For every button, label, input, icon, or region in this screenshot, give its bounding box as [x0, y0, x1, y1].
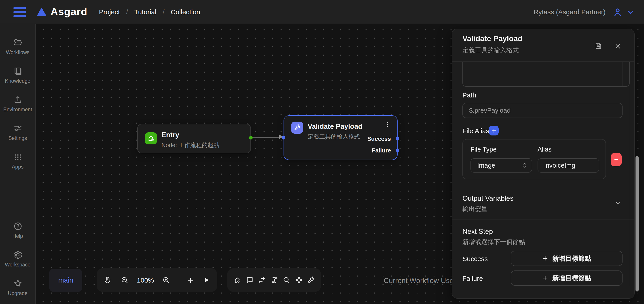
panel-title: Validate Payload — [462, 34, 522, 43]
next-step-subtitle: 新增或選擇下一個節點 — [462, 238, 525, 246]
tools-wrench-icon[interactable] — [307, 276, 315, 284]
add-target-label: 新增目標節點 — [552, 274, 591, 282]
window-scrollbar-thumb[interactable] — [636, 156, 639, 292]
node-subtitle: Node: 工作流程的起點 — [162, 141, 219, 149]
kebab-menu-icon[interactable] — [384, 121, 391, 128]
file-alias-card: File Type Image Alias — [462, 139, 606, 179]
star-icon — [13, 278, 22, 288]
wrench-icon — [291, 122, 303, 134]
sidebar-label: Workflows — [6, 50, 30, 55]
swap-arrows-icon[interactable] — [258, 276, 266, 284]
zoom-out-icon[interactable] — [120, 276, 129, 284]
sidebar-item-apps[interactable]: Apps — [3, 152, 32, 170]
sidebar-label: Upgrade — [8, 290, 28, 296]
sliders-icon — [13, 124, 22, 133]
path-input[interactable] — [462, 103, 622, 118]
node-subtitle: 定義工具的輸入格式 — [308, 133, 360, 141]
sidebar-item-workflows[interactable]: Workflows — [3, 38, 32, 55]
file-type-select[interactable]: Image — [470, 158, 532, 172]
collapse-chevron-icon[interactable] — [614, 199, 622, 206]
apps-grid-icon — [13, 152, 22, 162]
workflow-canvas[interactable]: Entry Node: 工作流程的起點 Validate Payload 定義工… — [36, 24, 644, 304]
close-icon[interactable] — [614, 42, 622, 50]
sidebar-item-environment[interactable]: Environment — [3, 95, 32, 112]
add-target-label: 新增目標節點 — [552, 254, 591, 263]
sidebar-bottom-group: Help Workspace Upgrade — [5, 221, 31, 296]
folder-icon — [13, 38, 22, 48]
book-icon — [13, 66, 22, 76]
path-label: Path — [462, 91, 476, 99]
plus-icon — [542, 255, 548, 262]
sidebar-top-group: Workflows Knowledge Envi — [3, 38, 32, 170]
components-diamonds-icon[interactable] — [294, 276, 303, 284]
add-file-alias-button[interactable] — [489, 126, 499, 136]
schema-textarea[interactable] — [462, 62, 630, 87]
failure-row-label: Failure — [462, 274, 483, 282]
pan-hand-icon[interactable] — [104, 276, 112, 284]
minus-icon — [614, 157, 619, 162]
sidebar: Workflows Knowledge Envi — [0, 24, 36, 304]
node-config-panel: Validate Payload 定義工具的輸入格式 — [452, 28, 634, 299]
breadcrumb-collection[interactable]: Collection — [171, 8, 200, 16]
top-bar: Asgard Project / Tutorial / Collection R… — [0, 0, 644, 24]
add-failure-target-button[interactable]: 新增目標節點 — [511, 270, 622, 286]
success-branch-label: Success — [367, 136, 391, 142]
breadcrumb-tutorial[interactable]: Tutorial — [134, 8, 156, 16]
breadcrumb: Project / Tutorial / Collection — [99, 8, 200, 16]
node-entry[interactable]: Entry Node: 工作流程的起點 — [137, 124, 251, 153]
add-success-target-button[interactable]: 新增目標節點 — [511, 251, 622, 266]
sidebar-item-help[interactable]: Help — [5, 221, 31, 239]
account-name: Rytass (Asgard Partner) — [534, 8, 606, 16]
validate-input-port[interactable] — [282, 136, 285, 140]
sidebar-item-upgrade[interactable]: Upgrade — [5, 278, 31, 296]
gear-icon — [13, 250, 22, 260]
plus-icon — [542, 275, 548, 281]
success-row-label: Success — [462, 255, 488, 262]
panel-subtitle: 定義工具的輸入格式 — [462, 46, 519, 54]
sidebar-label: Workspace — [5, 262, 31, 267]
sidebar-item-knowledge[interactable]: Knowledge — [3, 66, 32, 84]
brand-name: Asgard — [50, 6, 88, 18]
upload-icon — [13, 95, 22, 104]
failure-branch-label: Failure — [372, 147, 391, 154]
remove-file-alias-button[interactable] — [611, 153, 622, 166]
alias-input[interactable] — [538, 158, 599, 172]
file-alias-label: File Alias — [462, 127, 489, 134]
sidebar-label: Knowledge — [5, 78, 30, 84]
failure-output-port[interactable] — [396, 148, 399, 152]
success-output-port[interactable] — [396, 137, 399, 140]
run-play-icon[interactable] — [203, 276, 210, 284]
panel-scroll-track — [630, 63, 630, 286]
chevron-down-icon[interactable] — [627, 8, 634, 16]
add-node-icon[interactable] — [233, 276, 242, 284]
panel-section-divider — [452, 219, 634, 220]
hamburger-menu-icon[interactable] — [14, 7, 26, 17]
add-icon[interactable] — [187, 276, 195, 284]
sidebar-item-workspace[interactable]: Workspace — [5, 250, 31, 267]
workflow-usage-status: Current Workflow Used — [384, 277, 458, 285]
plus-icon — [491, 128, 497, 134]
branch-selector-button[interactable]: main — [49, 269, 82, 292]
node-validate-payload[interactable]: Validate Payload 定義工具的輸入格式 Success Failu… — [284, 115, 398, 160]
app-root: Asgard Project / Tutorial / Collection R… — [0, 0, 644, 304]
sidebar-label: Apps — [12, 164, 24, 170]
comment-icon[interactable] — [245, 276, 254, 284]
edge-entry-to-validate — [251, 137, 282, 138]
textarea-scrollbar[interactable] — [622, 62, 623, 86]
view-toolbar: 100% — [96, 268, 217, 292]
zoom-in-icon[interactable] — [162, 276, 170, 284]
breadcrumb-separator: / — [126, 8, 128, 16]
logo-triangle-icon — [37, 8, 46, 16]
breadcrumb-project[interactable]: Project — [99, 8, 120, 16]
file-type-value: Image — [477, 162, 495, 169]
branch-name: main — [58, 276, 73, 284]
entry-output-port[interactable] — [249, 136, 253, 140]
rerun-loop-icon[interactable] — [270, 276, 278, 284]
save-icon[interactable] — [594, 42, 602, 50]
search-icon[interactable] — [282, 276, 291, 284]
entry-house-plus-icon — [145, 132, 157, 144]
node-title: Validate Payload — [308, 122, 362, 130]
alias-label: Alias — [538, 146, 552, 153]
user-icon[interactable] — [613, 7, 622, 17]
sidebar-item-settings[interactable]: Settings — [3, 124, 32, 141]
